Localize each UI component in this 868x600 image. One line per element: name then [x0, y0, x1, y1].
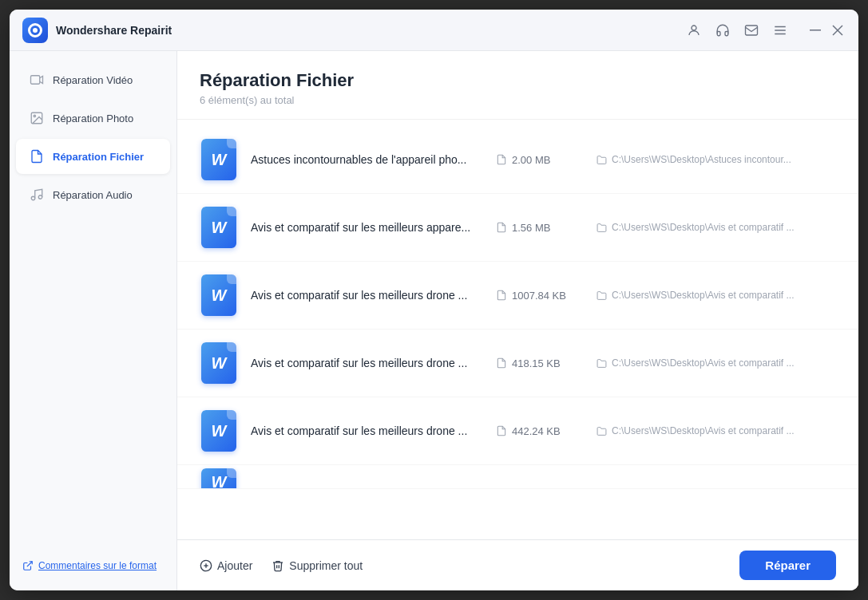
table-row[interactable]: W Astuces incontournables de l'appareil …	[177, 126, 858, 194]
table-row[interactable]: W Avis et comparatif sur les meilleurs d…	[177, 330, 858, 397]
user-icon[interactable]	[686, 22, 702, 38]
app-window: Wondershare Repairit	[10, 10, 858, 590]
sidebar-audio-label: Réparation Audio	[53, 189, 133, 201]
sidebar: Réparation Vidéo Réparation Photo Répara…	[10, 51, 177, 590]
photo-icon	[29, 110, 45, 126]
close-button[interactable]	[830, 22, 846, 38]
sidebar-item-audio[interactable]: Réparation Audio	[16, 177, 170, 212]
svg-rect-5	[810, 30, 821, 31]
feedback-link[interactable]: Commentaires sur le format	[22, 560, 164, 571]
video-icon	[29, 72, 45, 88]
table-row-partial[interactable]: W	[177, 465, 858, 489]
file-type-icon: W	[200, 273, 238, 318]
headset-icon[interactable]	[715, 22, 731, 38]
file-name: Avis et comparatif sur les meilleurs dro…	[251, 424, 483, 437]
delete-all-button[interactable]: Supprimer tout	[271, 559, 363, 572]
footer: Ajouter Supprimer tout Réparer	[177, 539, 858, 590]
file-count: 6 élément(s) au total	[200, 94, 836, 106]
sidebar-item-fichier[interactable]: Réparation Fichier	[16, 139, 170, 174]
file-size: 442.24 KB	[496, 425, 584, 437]
add-button[interactable]: Ajouter	[200, 559, 252, 572]
content-header: Réparation Fichier 6 élément(s) au total	[177, 51, 858, 120]
titlebar-icons	[686, 22, 846, 38]
file-type-icon: W	[200, 137, 238, 182]
file-name: Avis et comparatif sur les meilleurs dro…	[251, 289, 483, 302]
sidebar-item-video[interactable]: Réparation Vidéo	[16, 62, 170, 97]
svg-point-10	[34, 115, 35, 116]
file-name: Avis et comparatif sur les meilleurs app…	[251, 221, 483, 234]
content-area: Réparation Fichier 6 élément(s) au total…	[177, 51, 858, 590]
file-type-icon: W	[200, 205, 238, 250]
sidebar-video-label: Réparation Vidéo	[53, 74, 133, 86]
file-path: C:\Users\WS\Desktop\Avis et comparatif .…	[597, 357, 836, 369]
mail-icon[interactable]	[743, 22, 759, 38]
titlebar: Wondershare Repairit	[10, 10, 858, 51]
file-type-icon: W	[200, 465, 238, 489]
minimize-button[interactable]	[807, 22, 823, 38]
table-row[interactable]: W Avis et comparatif sur les meilleurs d…	[177, 262, 858, 330]
main-layout: Réparation Vidéo Réparation Photo Répara…	[10, 51, 858, 590]
page-title: Réparation Fichier	[200, 70, 836, 91]
table-row[interactable]: W Avis et comparatif sur les meilleurs a…	[177, 194, 858, 262]
file-path: C:\Users\WS\Desktop\Avis et comparatif .…	[597, 425, 836, 436]
sidebar-bottom: Commentaires sur le format	[10, 551, 176, 581]
file-size: 1.56 MB	[496, 222, 584, 234]
file-name: Astuces incontournables de l'appareil ph…	[251, 153, 483, 166]
file-path: C:\Users\WS\Desktop\Avis et comparatif .…	[597, 222, 836, 233]
file-list: W Astuces incontournables de l'appareil …	[177, 120, 858, 539]
file-type-icon: W	[200, 409, 238, 453]
svg-rect-1	[746, 26, 758, 35]
sidebar-photo-label: Réparation Photo	[53, 112, 133, 124]
svg-point-11	[31, 196, 35, 200]
svg-point-12	[38, 195, 42, 199]
file-path: C:\Users\WS\Desktop\Avis et comparatif .…	[597, 290, 836, 301]
file-size: 1007.84 KB	[496, 290, 584, 302]
file-type-icon: W	[200, 341, 238, 385]
feedback-label: Commentaires sur le format	[38, 560, 157, 571]
table-row[interactable]: W Avis et comparatif sur les meilleurs d…	[177, 397, 858, 465]
file-path: C:\Users\WS\Desktop\Astuces incontour...	[597, 154, 836, 165]
repair-button[interactable]: Réparer	[739, 551, 836, 580]
sidebar-item-photo[interactable]: Réparation Photo	[16, 101, 170, 136]
file-size: 418.15 KB	[496, 357, 584, 369]
menu-icon[interactable]	[772, 22, 788, 38]
audio-icon	[29, 187, 45, 203]
win-controls	[807, 22, 846, 38]
svg-line-13	[27, 562, 32, 566]
app-title: Wondershare Repairit	[56, 24, 686, 37]
app-logo	[22, 18, 48, 43]
svg-rect-8	[31, 76, 40, 85]
file-name: Avis et comparatif sur les meilleurs dro…	[251, 357, 483, 369]
sidebar-fichier-label: Réparation Fichier	[53, 151, 144, 163]
file-size: 2.00 MB	[496, 154, 584, 166]
file-icon	[29, 148, 45, 164]
svg-point-0	[692, 26, 696, 30]
